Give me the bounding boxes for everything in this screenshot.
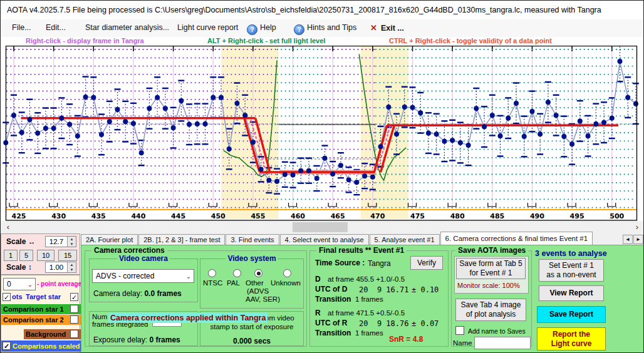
- aota-window: AOTA v4.2025.7.5 File being processed is…: [0, 0, 644, 353]
- r-frame-text: at frame 471.5 +0.5/-0.5: [328, 309, 405, 317]
- svg-text:430: 430: [51, 212, 66, 220]
- radio-other[interactable]: [254, 269, 262, 277]
- transition-r-value: 1 frames: [355, 329, 383, 337]
- comparisons-scaled-checkbox[interactable]: ✓: [3, 342, 11, 350]
- svg-text:475: 475: [410, 212, 425, 220]
- utc-d-value: 20 9 16.71: [359, 285, 408, 294]
- add-name-label: Add name to Saves: [468, 327, 526, 335]
- series-toggle-box: 0 ⌄ - point average ✓ ots Target star ✓ …: [1, 275, 80, 353]
- stamp-text: stamp to start of exposure: [200, 323, 303, 330]
- background-row[interactable]: Background: [24, 329, 81, 339]
- radio-pal[interactable]: [233, 269, 241, 277]
- scale-h-arrow-icon: ↔: [28, 237, 36, 246]
- spinner-arrows-icon[interactable]: ▲▼: [67, 262, 76, 272]
- name-input[interactable]: [474, 337, 531, 349]
- point-average-dropdown[interactable]: 0 ⌄: [3, 278, 36, 290]
- save-tab4-image-button[interactable]: Save Tab 4 imageof plot analysis: [455, 299, 526, 321]
- view-report-button[interactable]: View Report: [539, 285, 604, 301]
- scale-v-spinner[interactable]: 1.00 ▲▼: [45, 262, 76, 273]
- name-label: Name: [453, 339, 472, 347]
- comparisons-scaled-row[interactable]: ✓ Comparisons scaled: [1, 340, 81, 352]
- tab-scroll-left-icon[interactable]: ◄: [623, 235, 633, 244]
- svg-text:470: 470: [370, 212, 385, 220]
- events-count-title: 3 events to analyse: [535, 249, 607, 258]
- utc-d-error: ± 0.10: [412, 285, 439, 294]
- point-average-value: 0: [4, 280, 25, 289]
- verify-button[interactable]: Verify: [410, 256, 443, 270]
- scale-preset-5[interactable]: 5: [19, 250, 33, 261]
- video-camera-title: Video camera: [117, 254, 170, 263]
- target-star-label: Target star: [26, 293, 61, 300]
- transition-d-label: Transition: [315, 295, 351, 304]
- menu-light-curve-report[interactable]: Light curve report: [177, 23, 238, 32]
- tab-find-events[interactable]: 3. Find events: [226, 234, 279, 245]
- comparison-star1-checkbox[interactable]: [70, 305, 78, 313]
- menu-hints-and-tips[interactable]: ?Hints and Tips: [294, 23, 356, 35]
- scale-box: Scale ↔ 12.7 ▲▼ 1 5 10 15 Scale ↕ 1.00 ▲…: [1, 233, 80, 275]
- save-form-frame: Save form at Tab 5for Event # 1 Monitor …: [454, 256, 529, 294]
- tab-camera-corrections[interactable]: 6. Camera corrections & final times Even…: [440, 232, 593, 245]
- scale-preset-1[interactable]: 1: [4, 250, 18, 261]
- menu-file[interactable]: File...: [12, 23, 31, 32]
- scale-h-spinner[interactable]: 12.7 ▲▼: [45, 236, 76, 247]
- dots-checkbox[interactable]: ✓: [3, 293, 11, 301]
- time-source-value: Tangra: [368, 259, 391, 268]
- tab-scroll-right-icon[interactable]: ►: [633, 235, 643, 244]
- radio-ntsc[interactable]: [208, 269, 216, 277]
- utc-r-label: UTC of R: [315, 319, 347, 327]
- camera-delay-label: Camera delay:: [93, 289, 142, 298]
- scroll-left-arrow-icon[interactable]: ‹: [3, 222, 13, 232]
- video-system-title: Video system: [226, 254, 278, 263]
- save-report-button[interactable]: Save Report: [537, 306, 606, 323]
- video-camera-box: Video camera ADVS - corrected ⌄ Camera d…: [89, 258, 198, 302]
- target-star-checkbox[interactable]: ✓: [70, 293, 78, 301]
- scroll-right-arrow-icon[interactable]: ›: [632, 222, 642, 232]
- window-title: AOTA v4.2025.7.5 File being processed is…: [7, 6, 601, 14]
- add-name-checkbox[interactable]: [455, 326, 464, 335]
- radio-ntsc-label: NTSC: [203, 279, 222, 287]
- camera-corrections-group: Camera corrections Video camera ADVS - c…: [85, 250, 307, 347]
- report-light-curve-button[interactable]: Report theLight curve: [537, 327, 606, 350]
- menu-help[interactable]: ?Help: [247, 23, 276, 35]
- chevron-down-icon: ⌄: [25, 281, 35, 288]
- svg-text:500: 500: [610, 212, 624, 220]
- other-sub-label-1: (ADVS: [247, 287, 269, 295]
- save-form-tab5-button[interactable]: Save form at Tab 5for Event # 1: [456, 258, 526, 279]
- menu-edit[interactable]: Edit...: [46, 23, 66, 32]
- hint-ctrl-right-click: CTRL + Right-click - toggle validity of …: [389, 37, 552, 44]
- light-curve-plot[interactable]: 4254304354404454504554604654704754804854…: [1, 46, 644, 221]
- menu-star-diameter[interactable]: Star diameter analysis...: [85, 23, 169, 32]
- radio-unknown[interactable]: [283, 269, 291, 277]
- camera-corrections-panel: Camera corrections Video camera ADVS - c…: [81, 245, 644, 353]
- video-camera-dropdown[interactable]: ADVS - corrected ⌄: [92, 269, 194, 283]
- tab-fourier-plot[interactable]: 2A. Fourier plot: [81, 234, 138, 245]
- comparison-star2-row[interactable]: Comparison star 2: [1, 315, 81, 325]
- exposure-delay-value: 0 frames: [149, 335, 180, 344]
- frames-integrated-line1: Num: [92, 313, 107, 320]
- scrollbar-thumb[interactable]: [293, 222, 348, 232]
- svg-text:490: 490: [530, 212, 544, 220]
- spinner-arrows-icon[interactable]: ▲▼: [67, 237, 76, 247]
- comparison-star2-checkbox[interactable]: [70, 315, 78, 324]
- monitor-scale-label: Monitor scale: 100%: [457, 282, 520, 289]
- light-curve-svg[interactable]: 4254304354404454504554604654704754804854…: [1, 46, 644, 221]
- comparison-star1-row[interactable]: Comparison star 1: [1, 304, 81, 314]
- d-frame-text: at frame 455.5 +1.0/-0.5: [328, 275, 405, 283]
- scale-v-value: 1.00: [46, 263, 67, 271]
- set-non-event-button[interactable]: Set Event # 1as a non-event: [539, 259, 604, 282]
- scale-preset-15[interactable]: 15: [58, 250, 77, 261]
- svg-text:495: 495: [570, 212, 584, 220]
- svg-text:445: 445: [171, 212, 185, 220]
- background-checkbox[interactable]: [70, 330, 78, 338]
- svg-text:435: 435: [91, 212, 106, 220]
- tab-analyse-event[interactable]: 5. Analyse event #1: [370, 234, 440, 245]
- tab-select-event[interactable]: 4. Select event to analyse: [280, 234, 369, 245]
- svg-text:450: 450: [211, 212, 226, 220]
- tab-frame-test[interactable]: 2B. [1, 2 & 3] - frame test: [138, 234, 225, 245]
- scale-preset-10[interactable]: 10: [37, 250, 55, 261]
- scale-h-label: Scale: [6, 237, 26, 246]
- group-title: Save AOTA images: [455, 246, 528, 255]
- menu-exit[interactable]: ✕Exit ...: [370, 23, 404, 33]
- radio-pal-label: PAL: [227, 279, 240, 287]
- hint-alt-right-click: ALT + Right-click - set full light level: [207, 37, 325, 44]
